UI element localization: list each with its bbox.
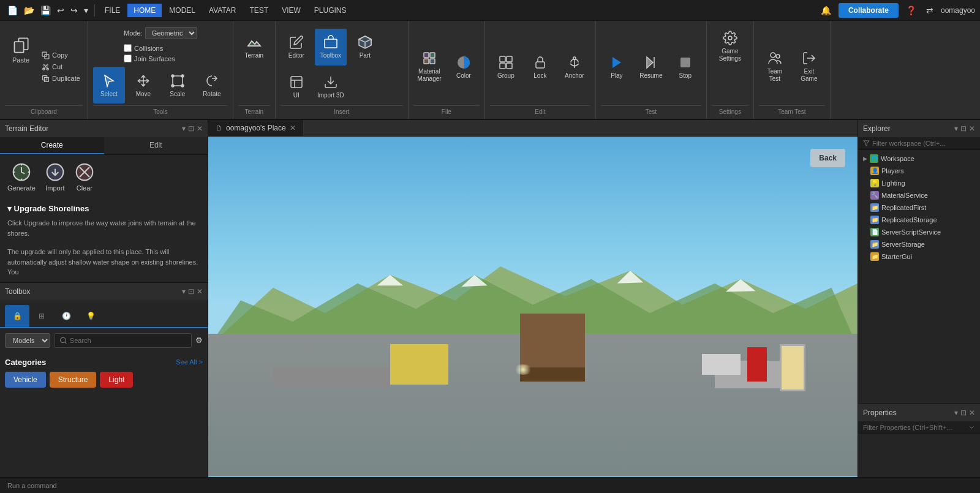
play-button[interactable]: Play bbox=[601, 48, 633, 85]
undo-button[interactable]: ↩ bbox=[55, 3, 67, 18]
tree-item-replicatedstorage[interactable]: 📁 ReplicatedStorage bbox=[858, 214, 980, 226]
tree-item-workspace[interactable]: ▶ 🌐 Workspace bbox=[858, 152, 980, 165]
properties-expand[interactable]: ⊡ bbox=[960, 408, 967, 417]
menu-plugins[interactable]: PLUGINS bbox=[308, 4, 353, 17]
toolbox-button[interactable]: Toolbox bbox=[315, 29, 347, 66]
vehicle-pill[interactable]: Vehicle bbox=[5, 372, 46, 388]
ui-button[interactable]: UI bbox=[281, 69, 312, 105]
light-pill[interactable]: Light bbox=[100, 372, 133, 388]
toolbox-tab-clock[interactable]: 🕐 bbox=[54, 305, 78, 327]
exit-game-button[interactable]: ExitGame bbox=[793, 48, 825, 85]
tree-item-replicatedfirst[interactable]: 📁 ReplicatedFirst bbox=[858, 201, 980, 214]
material-manager-button[interactable]: Material Manager bbox=[413, 48, 445, 85]
rotate-button[interactable]: Rotate bbox=[196, 67, 228, 103]
color-button[interactable]: Color bbox=[448, 48, 480, 85]
tree-item-serverstorage[interactable]: 📁 ServerStorage bbox=[858, 238, 980, 250]
back-button[interactable]: Back bbox=[810, 149, 845, 167]
cut-button[interactable]: Cut bbox=[39, 62, 83, 72]
redo-button[interactable]: ↪ bbox=[68, 3, 80, 18]
properties-down[interactable]: ▾ bbox=[954, 408, 958, 417]
open-file-button[interactable]: 📂 bbox=[21, 3, 37, 18]
help-button[interactable]: ❓ bbox=[903, 3, 919, 18]
paste-button[interactable]: Paste bbox=[5, 28, 37, 72]
import3d-button[interactable]: Import 3D bbox=[315, 69, 347, 105]
serverstorage-icon: 📁 bbox=[870, 240, 879, 249]
redo-dropdown-button[interactable]: ▾ bbox=[81, 3, 91, 18]
save-file-button[interactable]: 💾 bbox=[38, 3, 53, 18]
menu-test[interactable]: TEST bbox=[243, 4, 274, 17]
share-button[interactable]: ⇄ bbox=[924, 3, 936, 18]
tree-item-startergui[interactable]: 📁 StarterGui bbox=[858, 250, 980, 263]
search-input[interactable] bbox=[70, 337, 186, 344]
insert-label: Insert bbox=[281, 105, 403, 116]
explorer-expand[interactable]: ⊡ bbox=[960, 124, 967, 133]
team-test-button[interactable]: TeamTest bbox=[759, 48, 791, 85]
scale-button[interactable]: Scale bbox=[162, 67, 194, 103]
toolbox-tab-grid[interactable]: ⊞ bbox=[29, 305, 54, 327]
svg-rect-18 bbox=[430, 59, 435, 64]
toolbox-tab-lock[interactable]: 🔒 bbox=[5, 305, 29, 327]
mode-dropdown[interactable]: Geometric bbox=[145, 27, 197, 39]
tree-item-serverscriptservice[interactable]: 📄 ServerScriptService bbox=[858, 226, 980, 238]
import-terrain-button[interactable]: Import bbox=[45, 162, 65, 192]
duplicate-button[interactable]: Duplicate bbox=[39, 73, 83, 84]
viewport-tab[interactable]: 🗋 oomagyoo's Place ✕ bbox=[208, 120, 304, 136]
explorer-close[interactable]: ✕ bbox=[969, 124, 975, 133]
structure-pill[interactable]: Structure bbox=[50, 372, 97, 388]
terrain-panel-close[interactable]: ✕ bbox=[197, 124, 203, 133]
startergui-icon: 📁 bbox=[870, 252, 879, 261]
tree-item-players[interactable]: 👤 Players bbox=[858, 165, 980, 177]
serverscriptservice-icon: 📄 bbox=[870, 228, 879, 236]
toolbox-panel-controls: ▾ ⊡ ✕ bbox=[182, 287, 203, 296]
part-button[interactable]: Part bbox=[349, 29, 381, 66]
notifications-icon[interactable]: 🔔 bbox=[818, 3, 834, 18]
menu-home[interactable]: HOME bbox=[127, 4, 162, 17]
join-surfaces-checkbox[interactable]: Join Surfaces bbox=[124, 55, 197, 62]
clear-terrain-button[interactable]: Clear bbox=[75, 162, 94, 192]
generate-button[interactable]: Generate bbox=[7, 162, 36, 192]
lock-button[interactable]: Lock bbox=[524, 48, 556, 85]
see-all-button[interactable]: See All > bbox=[176, 358, 203, 366]
left-panels: Terrain Editor ▾ ⊡ ✕ Create Edit Generat… bbox=[0, 120, 208, 477]
terrain-editor-button[interactable]: Terrain bbox=[238, 28, 270, 65]
terrain-panel-down[interactable]: ▾ bbox=[182, 124, 186, 133]
collisions-checkbox[interactable]: Collisions bbox=[124, 44, 197, 52]
filter-button[interactable]: ⚙ bbox=[195, 336, 203, 345]
explorer-filter-input[interactable] bbox=[872, 140, 975, 147]
properties-close[interactable]: ✕ bbox=[969, 408, 975, 417]
file-icon: 🗋 bbox=[216, 124, 222, 132]
editor-button[interactable]: Editor bbox=[281, 29, 312, 66]
tree-item-lighting[interactable]: 💡 Lighting bbox=[858, 177, 980, 189]
move-button[interactable]: Move bbox=[127, 67, 159, 103]
menu-view[interactable]: VIEW bbox=[276, 4, 307, 17]
toolbox-panel-expand[interactable]: ⊡ bbox=[188, 287, 194, 296]
group-button[interactable]: Group bbox=[490, 48, 522, 85]
menu-avatar[interactable]: AVATAR bbox=[203, 4, 242, 17]
properties-header: Properties ▾ ⊡ ✕ bbox=[858, 404, 980, 421]
stop-button[interactable]: Stop bbox=[669, 48, 701, 85]
new-file-button[interactable]: 📄 bbox=[5, 3, 20, 18]
svg-point-33 bbox=[61, 337, 66, 343]
copy-button[interactable]: Copy bbox=[39, 50, 83, 61]
svg-rect-23 bbox=[507, 63, 512, 69]
properties-filter-input[interactable] bbox=[863, 424, 966, 431]
menu-model[interactable]: MODEL bbox=[163, 4, 202, 17]
menu-file[interactable]: FILE bbox=[99, 4, 126, 17]
collaborate-button[interactable]: Collaborate bbox=[839, 3, 899, 18]
resume-button[interactable]: Resume bbox=[635, 48, 667, 85]
viewport-canvas[interactable]: Back bbox=[208, 137, 858, 476]
explorer-down[interactable]: ▾ bbox=[954, 124, 958, 133]
toolbox-panel-down[interactable]: ▾ bbox=[182, 287, 186, 296]
toolbox-tab-bulb[interactable]: 💡 bbox=[78, 305, 103, 327]
terrain-create-tab[interactable]: Create bbox=[0, 137, 104, 154]
select-button[interactable]: Select bbox=[93, 67, 125, 103]
tree-item-materialservice[interactable]: 🔧 MaterialService bbox=[858, 189, 980, 201]
anchor-button[interactable]: Anchor bbox=[559, 48, 590, 85]
viewport-tab-bar: 🗋 oomagyoo's Place ✕ bbox=[208, 120, 858, 137]
terrain-edit-tab[interactable]: Edit bbox=[104, 137, 208, 154]
game-settings-button[interactable]: GameSettings bbox=[712, 28, 748, 65]
close-tab-button[interactable]: ✕ bbox=[290, 124, 296, 132]
toolbox-panel-close[interactable]: ✕ bbox=[197, 287, 203, 296]
models-dropdown[interactable]: Models bbox=[5, 333, 50, 348]
terrain-panel-expand[interactable]: ⊡ bbox=[188, 124, 194, 133]
